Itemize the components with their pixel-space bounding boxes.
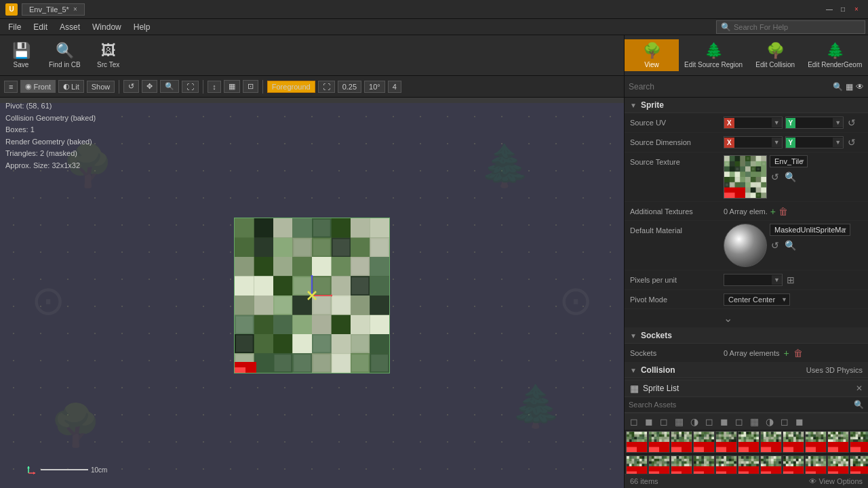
- texture-reset-button[interactable]: ↺: [770, 170, 781, 184]
- sprite-item[interactable]: [715, 431, 737, 453]
- menu-window[interactable]: Window: [87, 21, 127, 33]
- remove-socket-button[interactable]: 🗑: [793, 348, 803, 359]
- sprite-item[interactable]: [827, 455, 849, 474]
- viewport[interactable]: ≡ ◉ Front ◐ Lit Show ↺ ✥ 🔍 ⛶ ↕ ▦ ⊡ Foreg…: [0, 76, 624, 488]
- dim-y-arrow[interactable]: ▼: [833, 138, 843, 147]
- sprite-item[interactable]: [827, 431, 849, 453]
- show-button[interactable]: Show: [87, 81, 115, 93]
- zoom-button[interactable]: 🔍: [160, 80, 179, 93]
- sprite-item[interactable]: [783, 455, 804, 474]
- menu-edit[interactable]: Edit: [28, 21, 53, 33]
- sprite-item[interactable]: [783, 431, 804, 453]
- sprite-item[interactable]: [805, 431, 827, 453]
- sprite-search[interactable]: 🔍: [625, 397, 868, 413]
- source-texture-dropdown[interactable]: Env_Tile ▼: [770, 155, 808, 167]
- translate-button[interactable]: ↕: [208, 81, 221, 93]
- rotate-button[interactable]: ↺: [123, 80, 139, 93]
- angle-button[interactable]: 10°: [364, 81, 385, 93]
- sprite-section-header[interactable]: ▼ Sprite: [625, 98, 868, 113]
- property-search[interactable]: 🔍 ▦ 👁: [625, 76, 868, 98]
- pan-button[interactable]: ✥: [142, 80, 157, 93]
- material-dropdown[interactable]: MaskedUnlitSpriteMa ▼: [770, 224, 850, 236]
- sprite-tool-12[interactable]: ◼: [793, 415, 806, 428]
- sprite-item[interactable]: [626, 455, 648, 474]
- sprite-tool-3[interactable]: ◻: [657, 415, 671, 428]
- sprite-search-input[interactable]: [629, 401, 851, 409]
- sprite-item[interactable]: [850, 455, 868, 474]
- sprite-tool-11[interactable]: ◻: [778, 415, 791, 428]
- source-uv-y-input[interactable]: Y 45.0 ▼: [785, 117, 844, 129]
- sprite-tool-9[interactable]: ▦: [747, 415, 762, 428]
- file-tab[interactable]: Env_Tile_5* ×: [22, 3, 85, 16]
- remove-texture-button[interactable]: 🗑: [778, 206, 788, 217]
- foreground-button[interactable]: Foreground: [267, 81, 315, 93]
- sprite-tool-8[interactable]: ◻: [732, 415, 746, 428]
- sprite-item[interactable]: [738, 455, 760, 474]
- view-button[interactable]: 🌳 View: [625, 39, 679, 71]
- sprite-tool-4[interactable]: ▦: [672, 415, 686, 428]
- sprite-item[interactable]: [693, 455, 715, 474]
- front-view-button[interactable]: ◉ Front: [20, 80, 56, 93]
- property-search-input[interactable]: [629, 82, 830, 92]
- source-uv-reset-button[interactable]: ↺: [846, 116, 857, 129]
- source-texture-name[interactable]: Env_Tile: [770, 155, 808, 167]
- dim-x-arrow[interactable]: ▼: [772, 138, 782, 147]
- sprite-item[interactable]: [738, 431, 760, 453]
- help-search-input[interactable]: [734, 23, 861, 31]
- uv-y-arrow[interactable]: ▼: [833, 118, 843, 127]
- source-dim-reset-button[interactable]: ↺: [846, 136, 857, 149]
- sprite-tool-10[interactable]: ◑: [763, 415, 776, 428]
- grid-size-input[interactable]: 0.25: [338, 81, 361, 93]
- lit-button[interactable]: ◐ Lit: [58, 80, 84, 93]
- transform-gizmo[interactable]: [292, 275, 332, 316]
- sprite-item[interactable]: [805, 455, 827, 474]
- material-browse-button[interactable]: 🔍: [783, 239, 797, 252]
- sprite-item[interactable]: [693, 431, 715, 453]
- source-uv-x-input[interactable]: X 42.0 ▼: [724, 117, 783, 129]
- menu-asset[interactable]: Asset: [54, 21, 85, 33]
- close-window-button[interactable]: ×: [850, 3, 863, 16]
- ppu-arrow[interactable]: ▼: [772, 275, 782, 285]
- sprite-item[interactable]: [760, 455, 782, 474]
- ppu-reset-button[interactable]: ⊞: [785, 273, 796, 287]
- sprite-item[interactable]: [671, 431, 692, 453]
- fullscreen-button[interactable]: ⛶: [318, 81, 335, 93]
- edit-source-region-button[interactable]: 🌲 Edit Source Region: [679, 39, 748, 71]
- source-dim-x-input[interactable]: X 32.0 ▼: [724, 136, 783, 148]
- sprite-tool-7[interactable]: ◼: [717, 415, 731, 428]
- save-button[interactable]: 💾 Save: [4, 39, 38, 71]
- source-dim-y-input[interactable]: Y 32.0 ▼: [785, 136, 844, 148]
- collision-section-header[interactable]: ▼ Collision Uses 3D Physics: [625, 363, 868, 378]
- sprite-tool-2[interactable]: ◼: [642, 415, 656, 428]
- sprite-item[interactable]: [715, 455, 737, 474]
- pivot-mode-dropdown[interactable]: Center Center ▼: [724, 293, 790, 306]
- add-texture-button[interactable]: +: [770, 206, 776, 217]
- sockets-section-header[interactable]: ▼ Sockets: [625, 328, 868, 344]
- edit-rendergeom-button[interactable]: 🌲 Edit RenderGeom: [802, 39, 867, 71]
- menu-help[interactable]: Help: [128, 21, 156, 33]
- sprite-item[interactable]: [671, 455, 692, 474]
- sprite-item[interactable]: [850, 431, 868, 453]
- src-tex-button[interactable]: 🖼 Src Tex: [92, 39, 125, 71]
- num-button[interactable]: 4: [388, 81, 401, 93]
- menu-file[interactable]: File: [3, 21, 26, 33]
- expand-button[interactable]: ⛶: [182, 81, 199, 93]
- sprite-tool-1[interactable]: ◻: [627, 415, 641, 428]
- material-name[interactable]: MaskedUnlitSpriteMa: [770, 224, 850, 236]
- sprite-item[interactable]: [648, 431, 670, 453]
- sprite-view-options[interactable]: 👁 View Options: [809, 477, 863, 485]
- texture-browse-button[interactable]: 🔍: [783, 170, 797, 184]
- sprite-tool-5[interactable]: ◑: [688, 415, 701, 428]
- sprite-item[interactable]: [648, 455, 670, 474]
- material-reset-button[interactable]: ↺: [770, 239, 781, 252]
- minimize-button[interactable]: —: [823, 3, 835, 16]
- sprite-item[interactable]: [760, 431, 782, 453]
- grid-button[interactable]: ▦: [224, 80, 240, 93]
- snap-button[interactable]: ⊡: [243, 80, 258, 93]
- edit-collision-button[interactable]: 🌳 Edit Collision: [748, 39, 802, 71]
- pixels-per-unit-input[interactable]: 1.0 ▼: [724, 274, 783, 286]
- sprite-tool-6[interactable]: ◻: [703, 415, 716, 428]
- viewport-menu-button[interactable]: ≡: [4, 81, 18, 93]
- tab-close-icon[interactable]: ×: [73, 5, 77, 13]
- sprite-item[interactable]: [626, 431, 648, 453]
